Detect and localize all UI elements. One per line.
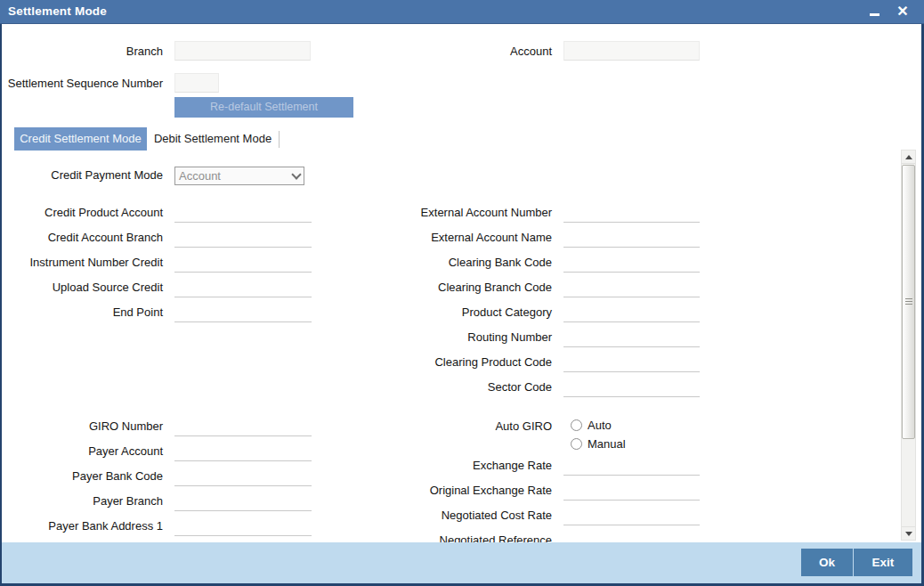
scroll-down-button[interactable]	[902, 526, 915, 540]
payer-account-label: Payer Account	[0, 443, 163, 460]
dialog-title: Settlement Mode	[8, 0, 107, 23]
title-bar: Settlement Mode ✕	[0, 0, 924, 24]
clearing-bank-code-input[interactable]	[563, 255, 700, 273]
external-account-number-input[interactable]	[563, 205, 700, 223]
minimize-button[interactable]	[865, 0, 885, 24]
instrument-number-credit-label: Instrument Number Credit	[0, 254, 163, 272]
scrollbar-grip-icon	[905, 298, 912, 306]
negotiated-cost-rate-label: Negotiated Cost Rate	[285, 507, 552, 525]
radio-manual-label: Manual	[588, 437, 626, 451]
close-button[interactable]: ✕	[892, 0, 913, 24]
product-category-input[interactable]	[563, 305, 700, 322]
exchange-rate-label: Exchange Rate	[285, 457, 552, 475]
exchange-rate-input[interactable]	[563, 458, 700, 476]
external-account-name-input[interactable]	[563, 230, 700, 248]
clearing-product-code-input[interactable]	[563, 354, 700, 372]
routing-number-input[interactable]	[563, 330, 700, 347]
exit-button[interactable]: Exit	[854, 549, 912, 576]
ok-button[interactable]: Ok	[801, 549, 853, 576]
clearing-branch-code-input[interactable]	[563, 280, 700, 297]
auto-giro-label: Auto GIRO	[285, 418, 552, 435]
clearing-bank-code-label: Clearing Bank Code	[285, 254, 552, 272]
credit-product-account-label: Credit Product Account	[0, 204, 163, 222]
tab-debit-settlement-mode[interactable]: Debit Settlement Mode	[147, 127, 279, 151]
tab-separator	[279, 131, 280, 148]
negotiated-cost-rate-input[interactable]	[563, 508, 700, 525]
radio-auto-label: Auto	[588, 419, 612, 432]
minimize-icon	[870, 13, 879, 16]
payer-bank-address-1-label: Payer Bank Address 1	[0, 517, 163, 535]
footer-bar: Ok Exit	[2, 542, 921, 583]
product-category-label: Product Category	[285, 304, 552, 321]
routing-number-label: Routing Number	[285, 329, 552, 346]
original-exchange-rate-label: Original Exchange Rate	[285, 482, 552, 500]
clearing-product-code-label: Clearing Product Code	[285, 354, 552, 371]
sector-code-input[interactable]	[563, 379, 700, 397]
tab-credit-settlement-mode[interactable]: Credit Settlement Mode	[14, 127, 147, 151]
account-label: Account	[285, 43, 552, 61]
scrollbar-thumb[interactable]	[902, 165, 915, 439]
branch-label: Branch	[0, 43, 163, 61]
radio-auto-icon[interactable]	[571, 419, 582, 431]
external-account-name-label: External Account Name	[285, 229, 552, 247]
vertical-scrollbar[interactable]	[901, 150, 916, 541]
auto-giro-option-manual[interactable]: Manual	[571, 437, 626, 451]
radio-manual-icon[interactable]	[571, 438, 582, 450]
account-input[interactable]	[563, 41, 700, 61]
redefault-settlement-button[interactable]: Re-default Settlement	[174, 97, 353, 118]
scroll-up-button[interactable]	[902, 151, 915, 164]
credit-payment-mode-select[interactable]: Account	[174, 167, 304, 185]
payer-bank-code-label: Payer Bank Code	[0, 468, 163, 485]
auto-giro-option-auto[interactable]: Auto	[571, 419, 612, 432]
settlement-sequence-number-input[interactable]	[174, 73, 219, 93]
settlement-mode-dialog: Settlement Mode ✕ Branch Account Settlem…	[0, 0, 924, 586]
settlement-sequence-number-label: Settlement Sequence Number	[0, 75, 163, 93]
sector-code-label: Sector Code	[285, 378, 552, 396]
credit-payment-mode-value: Account	[179, 167, 221, 184]
end-point-label: End Point	[0, 304, 163, 321]
payer-branch-label: Payer Branch	[0, 492, 163, 510]
giro-number-label: GIRO Number	[0, 418, 163, 435]
chevron-down-icon	[291, 169, 301, 179]
credit-payment-mode-label: Credit Payment Mode	[0, 167, 163, 184]
scroll-down-icon	[905, 532, 912, 536]
scroll-up-icon	[905, 155, 912, 159]
window-border-left	[0, 24, 2, 586]
upload-source-credit-label: Upload Source Credit	[0, 279, 163, 297]
clearing-branch-code-label: Clearing Branch Code	[285, 279, 552, 297]
credit-account-branch-label: Credit Account Branch	[0, 229, 163, 247]
original-exchange-rate-input[interactable]	[563, 483, 700, 501]
external-account-number-label: External Account Number	[285, 204, 552, 222]
